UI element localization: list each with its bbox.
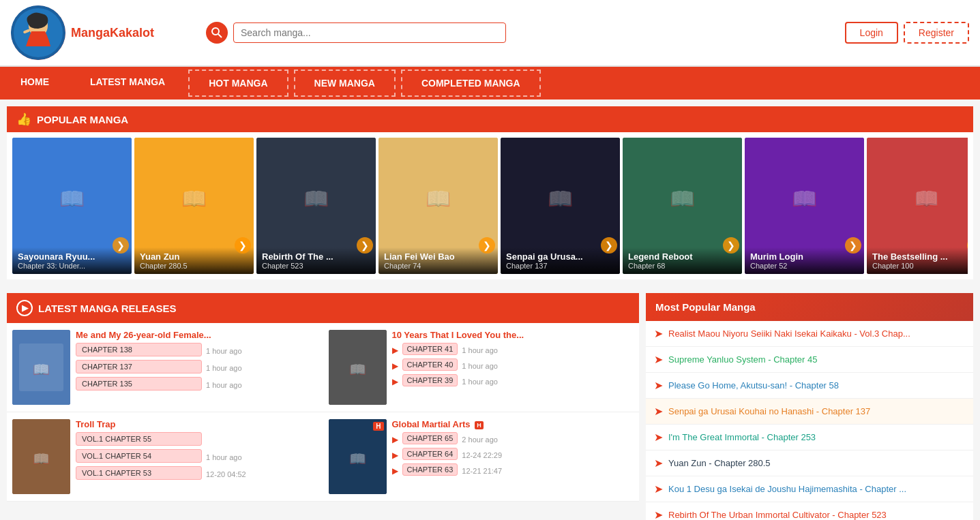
manga-carousel: 📖 Sayounara Ryuu... Chapter 33: Under...…: [12, 138, 968, 274]
latest-section-title: LATEST MANGA RELEASES: [38, 303, 177, 314]
popular-item-text-2: Please Go Home, Akutsu-san! - Chapter 58: [668, 380, 839, 391]
svg-text:📖: 📖: [303, 187, 329, 211]
chapter-btn-1-2[interactable]: CHAPTER 39: [402, 374, 458, 386]
latest-info-0: Me and My 26-year-old Female... CHAPTER …: [76, 330, 318, 405]
latest-thumb-1[interactable]: 📖: [329, 330, 387, 405]
chapter-btn-2-1[interactable]: VOL.1 CHAPTER 54: [76, 449, 202, 463]
popular-list-item-6[interactable]: ➤ Kou 1 Desu ga Isekai de Joushu Hajimem…: [646, 476, 973, 502]
bullet-3-1: ▶: [392, 450, 398, 460]
nav-hot[interactable]: HOT MANGA: [188, 70, 288, 97]
svg-text:📖: 📖: [670, 187, 696, 211]
popular-list-item-7[interactable]: ➤ Rebirth Of The Urban Immortal Cultivat…: [646, 502, 973, 520]
popular-section-header: 👍 POPULAR MANGA: [7, 106, 973, 132]
manga-card-0[interactable]: 📖 Sayounara Ryuu... Chapter 33: Under...…: [12, 138, 132, 274]
manga-card-5[interactable]: 📖 Legend Reboot Chapter 68 ❯: [623, 138, 742, 274]
login-button[interactable]: Login: [845, 22, 898, 44]
chapter-btn-0-0[interactable]: CHAPTER 138: [76, 343, 202, 356]
manga-chapter-5: Chapter 68: [628, 262, 737, 270]
chapter-btn-3-2[interactable]: CHAPTER 63: [402, 463, 458, 476]
nav-home[interactable]: HOME: [0, 67, 70, 100]
popular-item-text-5: Yuan Zun - Chapter 280.5: [668, 458, 771, 468]
chapter-row-1-1: ▶ CHAPTER 40 1 hour ago: [392, 358, 634, 373]
manga-card-7[interactable]: 📖 The Bestselling ... Chapter 100 ❯: [867, 138, 968, 274]
nav-completed[interactable]: COMPLETED MANGA: [401, 70, 541, 97]
chapter-time-2-1: 1 hour ago: [206, 453, 242, 461]
search-icon: [211, 27, 222, 38]
manga-nav-2[interactable]: ❯: [357, 237, 373, 254]
manga-chapter-3: Chapter 74: [384, 262, 492, 270]
latest-thumb-0[interactable]: 📖: [12, 330, 70, 405]
manga-chapter-7: Chapter 100: [872, 262, 968, 270]
popular-list-item-0[interactable]: ➤ Realist Maou Niyoru Seiiki Naki Isekai…: [646, 321, 973, 347]
chapter-time-1-0: 1 hour ago: [462, 346, 498, 354]
popular-arrow-icon-6: ➤: [654, 483, 663, 495]
chapter-row-2-2: VOL.1 CHAPTER 53 12-20 04:52: [76, 466, 318, 482]
chapter-btn-0-1[interactable]: CHAPTER 137: [76, 360, 202, 373]
chapter-btn-3-0[interactable]: CHAPTER 65: [402, 432, 458, 444]
manga-card-3[interactable]: 📖 Lian Fei Wei Bao Chapter 74 ❯: [378, 138, 498, 274]
chapter-btn-2-0[interactable]: VOL.1 CHAPTER 55: [76, 432, 202, 446]
chapter-time-3-0: 2 hour ago: [462, 435, 498, 444]
manga-chapter-4: Chapter 137: [506, 262, 614, 270]
latest-info-2: Troll Trap VOL.1 CHAPTER 55 VOL.1 CHAPTE…: [76, 419, 318, 494]
manga-card-4[interactable]: 📖 Senpai ga Urusa... Chapter 137 ❯: [501, 138, 620, 274]
chapter-btn-1-0[interactable]: CHAPTER 41: [402, 343, 458, 355]
chapter-time-2-2: 12-20 04:52: [206, 470, 246, 478]
latest-section: ▶ LATEST MANGA RELEASES 📖: [7, 293, 639, 502]
manga-nav-4[interactable]: ❯: [601, 237, 617, 254]
latest-title-0[interactable]: Me and My 26-year-old Female...: [76, 330, 212, 340]
bullet-1-0: ▶: [392, 346, 398, 355]
manga-card-6[interactable]: 📖 Murim Login Chapter 52 ❯: [745, 138, 864, 274]
chapter-row-3-2: ▶ CHAPTER 63 12-21 21:47: [392, 463, 634, 478]
main-nav: HOME LATEST MANGA HOT MANGA NEW MANGA CO…: [0, 67, 980, 100]
manga-card-1[interactable]: 📖 Yuan Zun Chapter 280.5 ❯: [134, 138, 254, 274]
popular-item-text-3: Senpai ga Urusai Kouhai no Hanashi - Cha…: [668, 406, 870, 416]
popular-item-text-1: Supreme Yanluo System - Chapter 45: [668, 354, 817, 365]
svg-text:📖: 📖: [33, 450, 50, 467]
manga-nav-3[interactable]: ❯: [479, 237, 495, 254]
popular-list-item-1[interactable]: ➤ Supreme Yanluo System - Chapter 45: [646, 347, 973, 373]
latest-manga-col: ▶ LATEST MANGA RELEASES 📖: [7, 293, 639, 520]
svg-text:📖: 📖: [792, 187, 818, 211]
svg-text:📖: 📖: [181, 187, 207, 211]
latest-item-1: 📖 10 Years That I Loved You the... ▶ CHA…: [323, 323, 640, 412]
manga-nav-6[interactable]: ❯: [845, 237, 861, 254]
popular-list-item-5[interactable]: ➤ Yuan Zun - Chapter 280.5: [646, 450, 973, 476]
chapter-btn-0-2[interactable]: CHAPTER 135: [76, 377, 202, 391]
manga-nav-1[interactable]: ❯: [235, 237, 251, 254]
global-martial-h-badge: H: [475, 421, 484, 429]
chapter-btn-1-1[interactable]: CHAPTER 40: [402, 358, 458, 371]
svg-line-5: [218, 34, 222, 37]
chapter-btn-3-1[interactable]: CHAPTER 64: [402, 448, 458, 460]
svg-text:📖: 📖: [348, 361, 366, 378]
logo-box: MangaKakalot: [11, 5, 195, 60]
svg-text:📖: 📖: [548, 187, 574, 211]
nav-latest[interactable]: LATEST MANGA: [70, 67, 185, 100]
popular-item-text-6: Kou 1 Desu ga Isekai de Joushu Hajimemas…: [668, 484, 906, 494]
manga-card-2[interactable]: 📖 Rebirth Of The ... Chapter 523 ❯: [256, 138, 376, 274]
register-button[interactable]: Register: [904, 22, 969, 44]
popular-list-item-2[interactable]: ➤ Please Go Home, Akutsu-san! - Chapter …: [646, 373, 973, 399]
popular-arrow-icon-7: ➤: [654, 508, 663, 520]
popular-arrow-icon-4: ➤: [654, 431, 663, 444]
manga-nav-0[interactable]: ❯: [113, 237, 129, 254]
search-input[interactable]: [233, 22, 506, 43]
site-logo-text: MangaKakalot: [71, 26, 154, 40]
latest-thumb-2[interactable]: 📖: [12, 419, 70, 494]
latest-header-icon: ▶: [16, 300, 33, 316]
popular-section-title: POPULAR MANGA: [37, 114, 128, 125]
popular-arrow-icon-3: ➤: [654, 405, 663, 418]
bullet-1-1: ▶: [392, 361, 398, 371]
latest-info-3: Global Martial Arts H ▶ CHAPTER 65 2 hou…: [392, 419, 634, 494]
latest-title-1[interactable]: 10 Years That I Loved You the...: [392, 330, 529, 340]
manga-nav-5[interactable]: ❯: [723, 237, 739, 254]
chapter-btn-2-2[interactable]: VOL.1 CHAPTER 53: [76, 466, 202, 480]
nav-new[interactable]: NEW MANGA: [294, 70, 396, 97]
popular-list-item-3[interactable]: ➤ Senpai ga Urusai Kouhai no Hanashi - C…: [646, 399, 973, 425]
popular-list-item-4[interactable]: ➤ I'm The Great Immortal - Chapter 253: [646, 425, 973, 450]
latest-title-2[interactable]: Troll Trap: [76, 419, 212, 429]
latest-title-3[interactable]: Global Martial Arts H: [392, 419, 529, 429]
svg-text:📖: 📖: [59, 187, 85, 211]
most-popular-col: Most Popular Manga ➤ Realist Maou Niyoru…: [646, 293, 973, 520]
manga-title-3: Lian Fei Wei Bao: [384, 251, 492, 262]
